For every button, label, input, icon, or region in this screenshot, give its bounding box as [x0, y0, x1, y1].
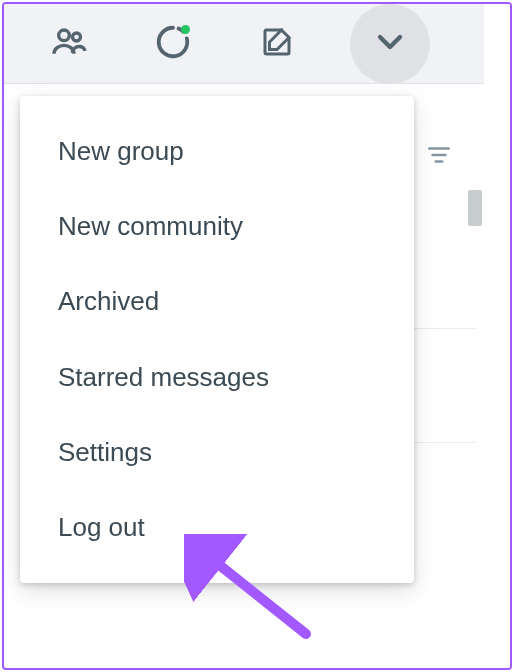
toolbar	[4, 4, 510, 84]
menu-item-starred-messages[interactable]: Starred messages	[20, 340, 414, 415]
filter-icon[interactable]	[426, 144, 452, 170]
menu-item-label: Log out	[58, 512, 145, 542]
menu-item-archived[interactable]: Archived	[20, 264, 414, 339]
menu-item-label: Archived	[58, 286, 159, 316]
compose-icon	[259, 24, 295, 64]
status-dot-icon	[181, 25, 190, 34]
compose-button[interactable]	[256, 23, 298, 65]
community-icon	[49, 22, 89, 66]
community-button[interactable]	[48, 23, 90, 65]
app-frame: New group New community Archived Starred…	[2, 2, 512, 670]
menu-item-label: New community	[58, 211, 243, 241]
menu-item-label: Starred messages	[58, 362, 269, 392]
svg-point-1	[73, 33, 81, 41]
chevron-down-icon	[370, 22, 410, 66]
svg-point-0	[59, 30, 70, 41]
dropdown-menu: New group New community Archived Starred…	[20, 96, 414, 583]
list-divider	[414, 328, 476, 329]
menu-item-label: Settings	[58, 437, 152, 467]
menu-item-new-community[interactable]: New community	[20, 189, 414, 264]
menu-item-log-out[interactable]: Log out	[20, 490, 414, 565]
menu-item-settings[interactable]: Settings	[20, 415, 414, 490]
menu-item-new-group[interactable]: New group	[20, 114, 414, 189]
right-margin	[484, 4, 510, 668]
status-button[interactable]	[152, 23, 194, 65]
list-divider	[414, 442, 476, 443]
menu-item-label: New group	[58, 136, 184, 166]
scrollbar-thumb[interactable]	[468, 190, 482, 226]
menu-button[interactable]	[350, 4, 430, 84]
